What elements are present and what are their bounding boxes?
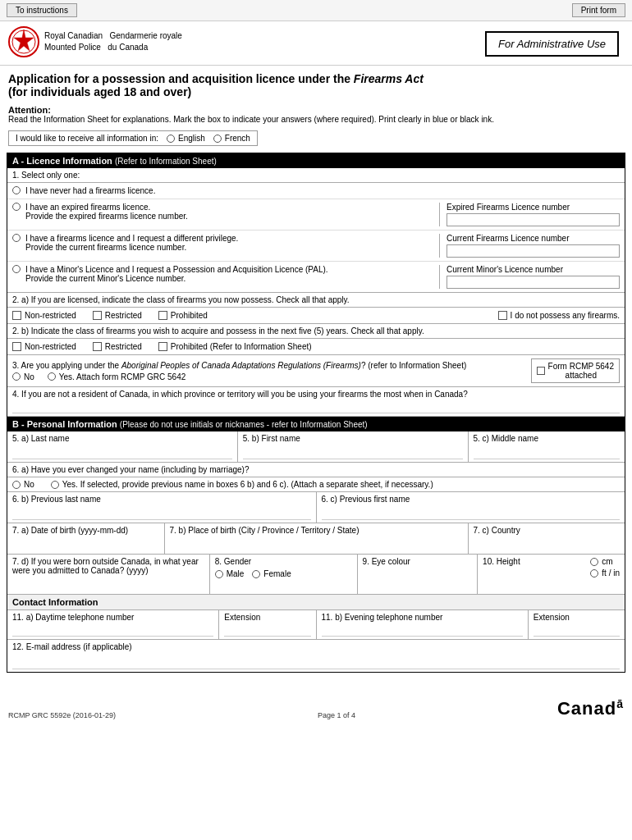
licence-option-1: I have never had a firearms licence.: [7, 183, 625, 199]
q6b-cell: 6. b) Previous last name: [7, 492, 317, 523]
contact-info-header: Contact Information: [7, 595, 625, 610]
daytime-phone-field[interactable]: [12, 623, 213, 637]
top-bar: To instructions Print form: [0, 0, 632, 21]
q10-cell: 10. Height cm ft / in: [478, 555, 625, 594]
q5a-cell: 5. a) Last name: [7, 431, 238, 462]
print-button[interactable]: Print form: [572, 3, 625, 17]
q5b-cell: 5. b) First name: [238, 431, 469, 462]
q7abc-row: 7. a) Date of birth (yyyy-mm-dd) 7. b) P…: [7, 523, 625, 555]
section-b-header: B - Personal Information (Please do not …: [7, 417, 625, 431]
q11-row: 11. a) Daytime telephone number Extensio…: [7, 610, 625, 640]
rcmp-form-checkbox[interactable]: [537, 367, 545, 375]
country-field[interactable]: [474, 536, 621, 551]
licence-option-2: I have an expired firearms licence. Prov…: [7, 199, 625, 231]
q11a-cell: 11. a) Daytime telephone number: [7, 610, 219, 639]
middle-name-field[interactable]: [474, 445, 621, 459]
q1-label: 1. Select only one:: [7, 168, 625, 183]
main-form: A - Licence Information (Refer to Inform…: [7, 153, 625, 673]
q6bc-row: 6. b) Previous last name 6. c) Previous …: [7, 492, 625, 523]
q3-yes[interactable]: Yes. Attach form RCMP GRC 5642: [48, 372, 186, 381]
q6a-label: 6. a) Have you ever changed your name (i…: [7, 463, 625, 477]
pob-field[interactable]: [170, 536, 463, 551]
current-licence-field[interactable]: [447, 244, 620, 258]
checkbox-restricted-b[interactable]: Restricted: [93, 342, 142, 351]
checkbox-nonrestricted-a[interactable]: Non-restricted: [12, 311, 76, 320]
eye-colour-field[interactable]: [363, 568, 473, 582]
q11b-cell: 11. b) Evening telephone number: [317, 610, 529, 639]
daytime-ext-field[interactable]: [224, 623, 310, 637]
checkbox-nonrestricted-b[interactable]: Non-restricted: [12, 342, 76, 351]
minors-licence-field[interactable]: [447, 276, 620, 289]
dob-field[interactable]: [12, 536, 159, 551]
admission-year-field[interactable]: [12, 577, 204, 591]
licence-option-3: I have a firearms licence and I request …: [7, 231, 625, 262]
q9-cell: 9. Eye colour: [358, 555, 479, 594]
section-a-header: A - Licence Information (Refer to Inform…: [7, 153, 625, 168]
q7c-cell: 7. c) Country: [469, 523, 625, 554]
instructions-button[interactable]: To instructions: [7, 3, 77, 17]
q8-cell: 8. Gender Male Female: [210, 555, 358, 594]
page-footer: RCMP GRC 5592e (2016-01-29) Page 1 of 4 …: [0, 689, 632, 724]
q6-yes[interactable]: Yes. If selected, provide previous name …: [51, 480, 433, 489]
form-number: RCMP GRC 5592e (2016-01-29): [8, 711, 116, 719]
rcmp-crest-icon: [8, 26, 39, 57]
prev-first-name-field[interactable]: [322, 505, 621, 520]
licence-radio-4[interactable]: [12, 265, 21, 273]
q6c-cell: 6. c) Previous first name: [317, 492, 625, 523]
language-prompt: I would like to receive all information …: [16, 134, 158, 143]
licence-radio-1[interactable]: [12, 186, 21, 194]
language-english-option[interactable]: English: [167, 134, 205, 143]
checkbox-prohibited-b[interactable]: Prohibited (Refer to Information Sheet): [158, 342, 312, 351]
q11a-ext-cell: Extension: [219, 610, 316, 639]
q5c-cell: 5. c) Middle name: [469, 431, 625, 462]
canada-wordmark: Canadā: [557, 697, 624, 719]
checkbox-no-firearms[interactable]: I do not possess any firearms.: [498, 311, 620, 320]
licence-radio-3[interactable]: [12, 234, 21, 242]
q2b-checkboxes: Non-restricted Restricted Prohibited (Re…: [7, 339, 625, 355]
height-ftin[interactable]: ft / in: [590, 568, 620, 578]
q4-field[interactable]: [12, 400, 620, 413]
q2b-label: 2. b) Indicate the class of firearms you…: [7, 324, 625, 339]
q3-no[interactable]: No: [12, 372, 34, 381]
first-name-field[interactable]: [243, 445, 463, 459]
evening-phone-field[interactable]: [322, 623, 523, 637]
q2a-checkboxes: Non-restricted Restricted Prohibited I d…: [7, 308, 625, 324]
language-french-option[interactable]: French: [213, 134, 250, 143]
q6-no[interactable]: No: [12, 480, 34, 489]
height-cm[interactable]: cm: [590, 557, 612, 566]
q2a-label: 2. a) If you are licensed, indicate the …: [7, 293, 625, 308]
checkbox-restricted-a[interactable]: Restricted: [93, 311, 142, 320]
q12-row: 12. E-mail address (if applicable): [7, 640, 625, 672]
rcmp-form-box: Form RCMP 5642attached: [531, 358, 620, 383]
attention-label: Attention:: [8, 105, 624, 115]
attention-text: Read the Information Sheet for explanati…: [8, 115, 624, 124]
checkbox-prohibited-a[interactable]: Prohibited: [158, 311, 208, 320]
admin-use-box: For Administrative Use: [485, 31, 619, 57]
evening-ext-field[interactable]: [534, 623, 620, 637]
q6a-radio-row: No Yes. If selected, provide previous na…: [7, 477, 625, 492]
q7d-cell: 7. d) If you were born outside Canada, i…: [7, 555, 210, 594]
q4-row: 4. If you are not a resident of Canada, …: [7, 387, 625, 417]
q3-row: 3. Are you applying under the Aboriginal…: [7, 355, 625, 387]
expired-licence-field[interactable]: [447, 213, 620, 226]
email-field[interactable]: [12, 653, 620, 669]
attention-section: Attention: Read the Information Sheet fo…: [0, 102, 632, 127]
licence-option-4: I have a Minor's Licence and I request a…: [7, 262, 625, 293]
form-title: Application for a possession and acquisi…: [0, 66, 632, 102]
gender-female[interactable]: Female: [252, 569, 291, 578]
q5-name-row: 5. a) Last name 5. b) First name 5. c) M…: [7, 431, 625, 463]
last-name-field[interactable]: [12, 445, 232, 459]
q7d-q10-row: 7. d) If you were born outside Canada, i…: [7, 555, 625, 595]
prev-last-name-field[interactable]: [12, 505, 311, 520]
q7b-cell: 7. b) Place of birth (City / Province / …: [165, 523, 469, 554]
licence-radio-2[interactable]: [12, 203, 21, 211]
gender-male[interactable]: Male: [215, 569, 245, 578]
q7a-cell: 7. a) Date of birth (yyyy-mm-dd): [7, 523, 165, 554]
q11b-ext-cell: Extension: [529, 610, 625, 639]
page-number: Page 1 of 4: [318, 711, 355, 719]
organization-name: Royal Canadian Gendarmerie royale Mounte…: [44, 30, 182, 53]
